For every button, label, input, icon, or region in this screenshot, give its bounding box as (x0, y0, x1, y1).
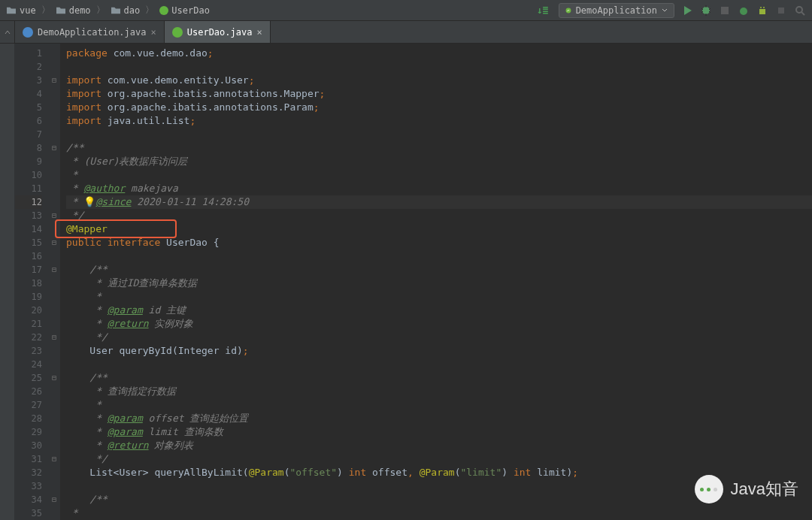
ladybug-icon[interactable] (738, 5, 750, 17)
fold-marker[interactable] (48, 344, 60, 358)
line-number[interactable]: 15 (15, 236, 42, 249)
line-number[interactable]: 18 (15, 277, 42, 290)
line-number[interactable]: 22 (15, 331, 42, 344)
fold-marker[interactable]: ⊟ (48, 74, 60, 87)
fold-marker[interactable] (48, 155, 60, 168)
fold-marker[interactable]: ⊟ (48, 331, 60, 344)
line-number[interactable]: 30 (15, 439, 42, 452)
android-icon[interactable] (756, 5, 768, 17)
line-number[interactable]: 35 (15, 506, 42, 520)
code-line[interactable]: /** (66, 371, 812, 385)
breadcrumb-item[interactable]: UserDao (159, 5, 210, 16)
fold-marker[interactable] (48, 182, 60, 195)
fold-marker[interactable] (48, 466, 60, 479)
fold-column[interactable]: ⊟⊟⊟⊟⊟⊟⊟⊟⊟ (48, 44, 60, 520)
code-line[interactable]: * 💡@since 2020-01-11 14:28:50 (66, 195, 812, 209)
code-line[interactable]: * @param limit 查询条数 (66, 425, 812, 439)
code-line[interactable]: @Mapper (66, 222, 812, 236)
fold-marker[interactable] (48, 398, 60, 412)
line-number[interactable]: 33 (15, 479, 42, 493)
line-number[interactable]: 4 (15, 87, 42, 101)
code-line[interactable]: */ (66, 452, 812, 466)
code-line[interactable]: * @return 实例对象 (66, 317, 812, 331)
fold-marker[interactable] (48, 277, 60, 290)
line-number[interactable]: 19 (15, 290, 42, 304)
fold-marker[interactable]: ⊟ (48, 371, 60, 385)
line-number[interactable]: 21 (15, 317, 42, 331)
fold-marker[interactable]: ⊟ (48, 263, 60, 277)
fold-marker[interactable] (48, 412, 60, 425)
code-line[interactable]: * (66, 290, 812, 304)
code-line[interactable]: package com.vue.demo.dao; (66, 47, 812, 60)
breadcrumb-item[interactable]: vue (6, 5, 36, 16)
code-line[interactable]: import org.apache.ibatis.annotations.Par… (66, 101, 812, 114)
line-number[interactable]: 32 (15, 466, 42, 479)
line-number[interactable]: 12 (15, 195, 42, 209)
fold-marker[interactable] (48, 290, 60, 304)
fold-marker[interactable] (48, 385, 60, 398)
line-number[interactable]: 24 (15, 358, 42, 371)
code-line[interactable]: * @param offset 查询起始位置 (66, 412, 812, 425)
line-number[interactable]: 20 (15, 304, 42, 317)
line-number[interactable]: 28 (15, 412, 42, 425)
code-line[interactable]: * 通过ID查询单条数据 (66, 277, 812, 290)
code-line[interactable]: */ (66, 331, 812, 344)
tab-dropdown-icon[interactable] (4, 29, 11, 36)
fold-marker[interactable] (48, 479, 60, 493)
fold-marker[interactable] (48, 87, 60, 101)
fold-marker[interactable]: ⊟ (48, 141, 60, 155)
line-number-gutter[interactable]: 1234567891011121314151617181920212223242… (15, 44, 48, 520)
line-number[interactable]: 2 (15, 60, 42, 74)
code-line[interactable]: */ (66, 209, 812, 222)
code-line[interactable]: * (66, 506, 812, 520)
fold-marker[interactable] (48, 222, 60, 236)
code-editor[interactable]: 1234567891011121314151617181920212223242… (0, 44, 812, 520)
code-line[interactable] (66, 128, 812, 141)
line-number[interactable]: 1 (15, 47, 42, 60)
fold-marker[interactable] (48, 60, 60, 74)
code-line[interactable]: * (66, 398, 812, 412)
line-number[interactable]: 5 (15, 101, 42, 114)
code-line[interactable]: * 查询指定行数据 (66, 385, 812, 398)
fold-marker[interactable] (48, 114, 60, 128)
fold-marker[interactable]: ⊟ (48, 236, 60, 249)
code-line[interactable]: * @author makejava (66, 182, 812, 195)
breadcrumb-item[interactable]: demo (56, 5, 91, 16)
fold-marker[interactable]: ⊟ (48, 452, 60, 466)
code-line[interactable]: * (User)表数据库访问层 (66, 155, 812, 168)
fold-marker[interactable] (48, 317, 60, 331)
code-line[interactable] (66, 60, 812, 74)
close-icon[interactable]: × (256, 27, 262, 38)
tab-demoapplication-java[interactable]: DemoApplication.java× (15, 21, 165, 43)
line-number[interactable]: 10 (15, 168, 42, 182)
code-line[interactable]: /** (66, 141, 812, 155)
fold-marker[interactable]: ⊟ (48, 493, 60, 506)
fold-marker[interactable] (48, 439, 60, 452)
fold-marker[interactable] (48, 47, 60, 60)
code-line[interactable]: import com.vue.demo.entity.User; (66, 74, 812, 87)
line-number[interactable]: 11 (15, 182, 42, 195)
line-number[interactable]: 16 (15, 249, 42, 263)
code-line[interactable]: public interface UserDao { (66, 236, 812, 249)
code-line[interactable]: import java.util.List; (66, 114, 812, 128)
tab-margin[interactable] (0, 21, 15, 43)
debug-icon[interactable] (700, 5, 712, 17)
fold-marker[interactable] (48, 168, 60, 182)
fold-marker[interactable] (48, 195, 60, 209)
run-config-selector[interactable]: DemoApplication (559, 3, 674, 18)
line-number[interactable]: 27 (15, 398, 42, 412)
line-number[interactable]: 8 (15, 141, 42, 155)
line-number[interactable]: 17 (15, 263, 42, 277)
line-number[interactable]: 14 (15, 222, 42, 236)
fold-marker[interactable] (48, 425, 60, 439)
code-line[interactable]: /** (66, 263, 812, 277)
code-line[interactable]: * @param id 主键 (66, 304, 812, 317)
fold-marker[interactable] (48, 358, 60, 371)
line-number[interactable]: 31 (15, 452, 42, 466)
line-number[interactable]: 13 (15, 209, 42, 222)
fold-marker[interactable] (48, 249, 60, 263)
tab-userdao-java[interactable]: UserDao.java× (165, 21, 271, 43)
line-number[interactable]: 9 (15, 155, 42, 168)
close-icon[interactable]: × (151, 27, 156, 38)
code-area[interactable]: package com.vue.demo.dao;import com.vue.… (60, 44, 812, 520)
